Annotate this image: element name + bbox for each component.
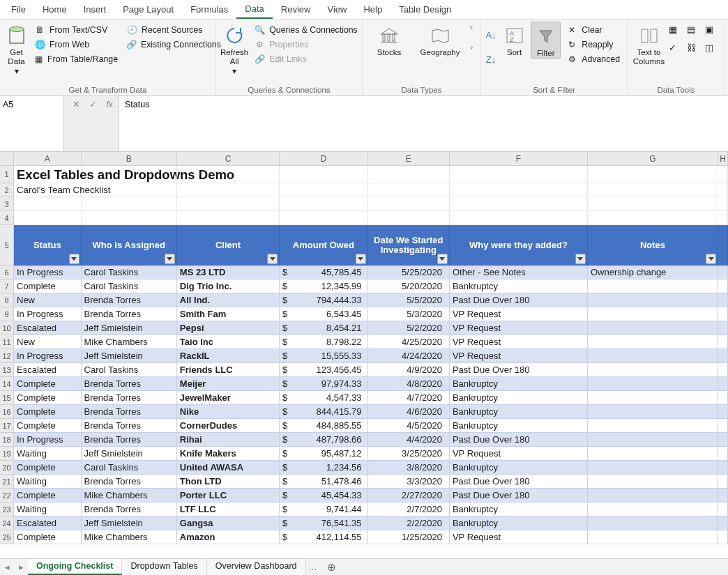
cell[interactable]: 5/2/2020 — [368, 321, 450, 335]
cell[interactable] — [718, 433, 728, 447]
cell[interactable]: Complete — [14, 461, 82, 475]
cmd-from-web[interactable]: 🌐From Web — [31, 38, 121, 52]
cell[interactable] — [718, 293, 728, 307]
row-header[interactable]: 22 — [0, 489, 14, 503]
cell[interactable]: $1,234.56 — [280, 461, 367, 475]
filter-dropdown-icon[interactable] — [69, 254, 79, 264]
cell[interactable] — [588, 433, 718, 447]
cell[interactable] — [588, 183, 718, 197]
cell[interactable]: Past Due Over 180 — [450, 433, 588, 447]
cell[interactable]: Bankruptcy — [450, 279, 588, 293]
row-header[interactable]: 3 — [0, 197, 14, 211]
cell[interactable]: Rihai — [177, 433, 280, 447]
cell[interactable] — [450, 166, 588, 183]
cell[interactable]: $8,798.22 — [280, 335, 367, 349]
cell[interactable] — [280, 197, 367, 211]
cell[interactable] — [588, 475, 718, 489]
cell[interactable] — [718, 461, 728, 475]
row-header[interactable]: 8 — [0, 293, 14, 307]
cell[interactable]: Brenda Torres — [82, 293, 177, 307]
cell[interactable]: 2/27/2020 — [368, 489, 450, 503]
cell[interactable]: All Ind. — [177, 293, 280, 307]
cell[interactable]: Brenda Torres — [82, 503, 177, 516]
cell[interactable]: RackIL — [177, 349, 280, 363]
cell[interactable] — [177, 183, 280, 197]
cell[interactable]: $51,478.46 — [280, 475, 367, 489]
cell[interactable] — [14, 211, 82, 225]
sheet-tab-dropdown-tables[interactable]: Dropdown Tables — [122, 559, 206, 575]
cell[interactable] — [718, 503, 728, 516]
row-header[interactable]: 24 — [0, 516, 14, 530]
cell[interactable]: Bankruptcy — [450, 391, 588, 405]
cell[interactable] — [718, 279, 728, 293]
cell[interactable]: Smith Fam — [177, 307, 280, 321]
cell[interactable] — [368, 183, 450, 197]
cell[interactable]: New — [14, 335, 82, 349]
cell[interactable]: $4,547.33 — [280, 391, 367, 405]
relationships-icon[interactable]: ⛓ — [687, 43, 702, 58]
select-all-corner[interactable] — [0, 152, 14, 166]
consolidate-icon[interactable]: ▣ — [705, 24, 720, 40]
cell[interactable]: Escalated — [14, 321, 82, 335]
cell[interactable]: Nike — [177, 405, 280, 419]
cell[interactable]: 4/7/2020 — [368, 391, 450, 405]
row-header[interactable]: 12 — [0, 349, 14, 363]
row-header[interactable]: 1 — [0, 166, 14, 183]
cmd-reapply[interactable]: ↻Reapply — [563, 38, 623, 52]
row-header[interactable]: 20 — [0, 461, 14, 475]
cell[interactable]: Past Due Over 180 — [450, 489, 588, 503]
cell[interactable] — [718, 516, 728, 530]
cell[interactable]: Complete — [14, 391, 82, 405]
table-header[interactable]: Notes — [588, 225, 718, 266]
cell[interactable]: Dig Trio Inc. — [177, 279, 280, 293]
cell[interactable] — [718, 211, 728, 225]
cell[interactable] — [588, 419, 718, 433]
cell[interactable]: Friends LLC — [177, 363, 280, 377]
filter-dropdown-icon[interactable] — [267, 254, 278, 264]
cell[interactable]: $794,444.33 — [280, 293, 367, 307]
cell[interactable]: VP Request — [450, 530, 588, 544]
cell[interactable]: Mike Chambers — [82, 530, 177, 544]
cell[interactable]: Carol's Team Checklist — [14, 183, 82, 197]
cell[interactable]: Bankruptcy — [450, 461, 588, 475]
cell[interactable]: 2/7/2020 — [368, 503, 450, 516]
menu-tab-view[interactable]: View — [319, 1, 355, 18]
cell[interactable] — [588, 335, 718, 349]
cell[interactable] — [368, 197, 450, 211]
cell[interactable]: Waiting — [14, 503, 82, 516]
col-header-B[interactable]: B — [82, 152, 177, 166]
cmd-existing-connections[interactable]: 🔗Existing Connections — [123, 38, 211, 52]
cell[interactable] — [718, 377, 728, 391]
cell[interactable] — [718, 475, 728, 489]
cell[interactable]: $15,555.33 — [280, 349, 367, 363]
cell[interactable] — [718, 321, 728, 335]
cmd-queries-connections[interactable]: 🔍Queries & Connections — [251, 23, 360, 37]
name-box[interactable] — [0, 96, 64, 151]
cell[interactable] — [588, 211, 718, 225]
cell[interactable]: 4/5/2020 — [368, 419, 450, 433]
cell[interactable]: VP Request — [450, 321, 588, 335]
cell[interactable] — [588, 489, 718, 503]
cell[interactable] — [588, 405, 718, 419]
col-header-E[interactable]: E — [368, 152, 450, 166]
cell[interactable]: LTF LLC — [177, 503, 280, 516]
sheet-nav-last-icon[interactable]: ▸ — [14, 562, 28, 572]
cell[interactable]: Carol Taskins — [82, 363, 177, 377]
cell[interactable] — [718, 447, 728, 461]
cell[interactable]: CornerDudes — [177, 419, 280, 433]
cell[interactable]: Knife Makers — [177, 447, 280, 461]
cell[interactable]: Gangsa — [177, 516, 280, 530]
cell[interactable]: Complete — [14, 377, 82, 391]
cell[interactable]: $95,487.12 — [280, 447, 367, 461]
filter-dropdown-icon[interactable] — [575, 254, 586, 264]
cell[interactable] — [588, 503, 718, 516]
menu-tab-page-layout[interactable]: Page Layout — [114, 1, 182, 18]
row-header[interactable]: 16 — [0, 405, 14, 419]
cell[interactable]: 5/3/2020 — [368, 307, 450, 321]
cell[interactable]: 4/25/2020 — [368, 335, 450, 349]
cell[interactable]: $45,454.33 — [280, 489, 367, 503]
cell[interactable]: Ownership change — [588, 266, 718, 279]
cell[interactable]: 3/25/2020 — [368, 447, 450, 461]
table-header[interactable]: Why were they added? — [450, 225, 588, 266]
cell[interactable] — [14, 197, 82, 211]
